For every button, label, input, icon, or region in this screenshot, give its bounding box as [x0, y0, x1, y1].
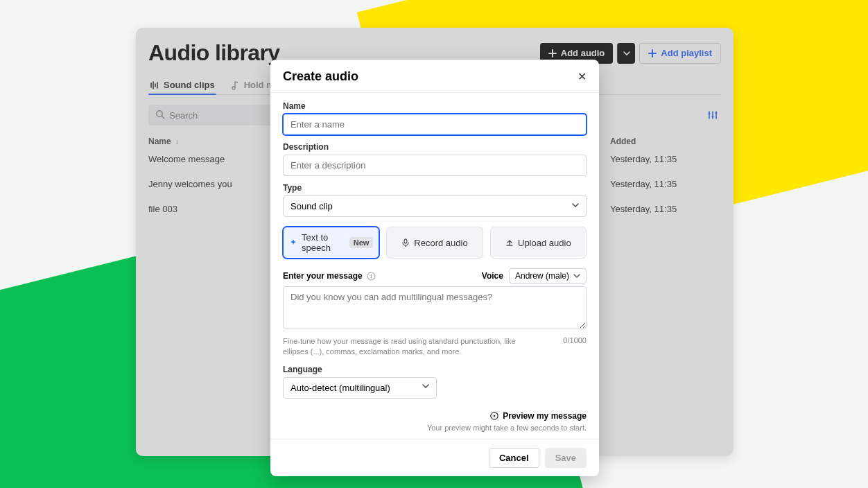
voice-select[interactable]: Andrew (male)	[509, 268, 587, 284]
plus-icon	[648, 49, 657, 58]
voice-label: Voice	[482, 271, 503, 281]
search-icon	[155, 110, 165, 119]
modal-title: Create audio	[283, 69, 358, 84]
svg-rect-5	[405, 239, 408, 243]
add-playlist-label: Add playlist	[661, 48, 712, 58]
name-input[interactable]	[283, 114, 587, 135]
description-input[interactable]	[283, 155, 587, 176]
add-audio-label: Add audio	[561, 48, 605, 58]
svg-point-3	[712, 116, 714, 118]
sparkle-icon	[289, 238, 297, 247]
tab-sound-clips-label: Sound clips	[164, 80, 215, 90]
music-note-icon	[230, 80, 240, 90]
preview-label: Preview my message	[503, 411, 587, 421]
cell-added: Yesterday, 11:35	[610, 204, 721, 214]
text-to-speech-button[interactable]: Text to speech New	[283, 227, 379, 259]
tab-sound-clips[interactable]: Sound clips	[148, 76, 216, 94]
svg-point-2	[709, 113, 711, 115]
cancel-button[interactable]: Cancel	[489, 448, 539, 468]
tts-label: Text to speech	[302, 232, 345, 253]
svg-point-4	[715, 112, 718, 114]
plus-icon	[548, 49, 557, 58]
cell-added: Yesterday, 11:35	[610, 179, 721, 189]
filter-icon[interactable]	[707, 110, 721, 121]
waveform-icon	[150, 80, 159, 90]
type-select[interactable]: Sound clip	[283, 195, 587, 217]
cell-added: Yesterday, 11:35	[610, 154, 721, 164]
microphone-icon	[401, 238, 410, 247]
preview-hint: Your preview might take a few seconds to…	[283, 424, 587, 432]
name-label: Name	[283, 101, 587, 111]
add-audio-chevron[interactable]	[617, 43, 635, 64]
upload-label: Upload audio	[518, 238, 571, 248]
language-label: Language	[283, 365, 587, 374]
sort-down-icon: ↓	[173, 138, 179, 146]
close-icon: ✕	[578, 71, 587, 82]
create-audio-modal: Create audio ✕ Name Description Type Sou…	[270, 60, 599, 476]
new-badge: New	[349, 237, 374, 248]
info-icon[interactable]	[367, 272, 376, 281]
type-label: Type	[283, 183, 587, 193]
save-button[interactable]: Save	[545, 448, 587, 468]
play-icon	[490, 412, 498, 420]
upload-icon	[505, 238, 514, 247]
record-audio-button[interactable]: Record audio	[386, 227, 483, 259]
message-label: Enter your message	[283, 271, 363, 281]
message-textarea[interactable]	[283, 286, 587, 329]
column-header-added[interactable]: Added	[610, 137, 721, 146]
chevron-down-icon	[573, 272, 580, 279]
char-count: 0/1000	[563, 336, 587, 358]
preview-message-button[interactable]: Preview my message	[490, 411, 587, 421]
chevron-down-icon	[623, 50, 630, 57]
language-select[interactable]: Auto-detect (multilingual)	[283, 377, 437, 399]
voice-value: Andrew (male)	[515, 271, 569, 281]
add-playlist-button[interactable]: Add playlist	[639, 43, 721, 64]
record-label: Record audio	[414, 238, 467, 248]
page-title: Audio library	[148, 40, 280, 66]
description-label: Description	[283, 142, 587, 152]
upload-audio-button[interactable]: Upload audio	[490, 227, 587, 259]
close-button[interactable]: ✕	[578, 70, 587, 83]
message-hint: Fine-tune how your message is read using…	[283, 336, 532, 358]
